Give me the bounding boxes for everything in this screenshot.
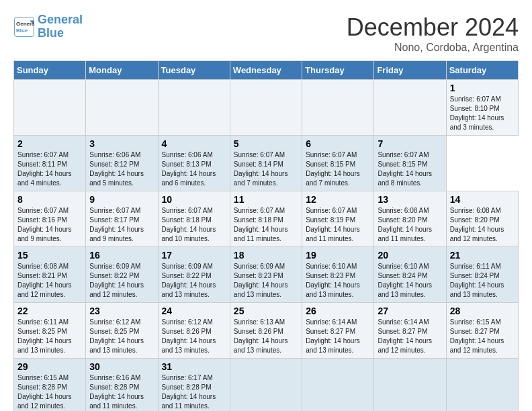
- day-number: 5: [234, 138, 298, 149]
- day-number: 3: [89, 138, 154, 149]
- day-cell-29: 29Sunrise: 6:15 AMSunset: 8:28 PMDayligh…: [14, 359, 86, 412]
- day-number: 20: [378, 250, 442, 261]
- day-cell-22: 22Sunrise: 6:11 AMSunset: 8:25 PMDayligh…: [14, 303, 86, 359]
- day-number: 28: [450, 306, 515, 316]
- day-info: Sunrise: 6:12 AMSunset: 8:25 PMDaylight:…: [89, 318, 154, 355]
- day-info: Sunrise: 6:16 AMSunset: 8:28 PMDaylight:…: [89, 373, 154, 411]
- page-header: General Blue General Blue December 2024 …: [13, 13, 519, 54]
- header-tuesday: Tuesday: [158, 61, 230, 80]
- header-friday: Friday: [374, 61, 446, 80]
- empty-cell: [302, 359, 374, 412]
- day-number: 14: [450, 194, 515, 205]
- day-cell-16: 16Sunrise: 6:09 AMSunset: 8:22 PMDayligh…: [86, 247, 158, 303]
- week-row-4: 15Sunrise: 6:08 AMSunset: 8:21 PMDayligh…: [14, 247, 519, 303]
- day-cell-20: 20Sunrise: 6:10 AMSunset: 8:24 PMDayligh…: [374, 247, 446, 303]
- day-info: Sunrise: 6:07 AMSunset: 8:10 PMDaylight:…: [450, 95, 515, 132]
- day-cell-8: 8Sunrise: 6:07 AMSunset: 8:16 PMDaylight…: [14, 191, 86, 247]
- empty-cell: [302, 80, 374, 136]
- week-row-3: 8Sunrise: 6:07 AMSunset: 8:16 PMDaylight…: [14, 191, 519, 247]
- day-info: Sunrise: 6:06 AMSunset: 8:13 PMDaylight:…: [162, 150, 226, 188]
- day-cell-21: 21Sunrise: 6:11 AMSunset: 8:24 PMDayligh…: [446, 247, 518, 303]
- day-number: 25: [234, 306, 298, 316]
- week-row-5: 22Sunrise: 6:11 AMSunset: 8:25 PMDayligh…: [14, 303, 519, 359]
- day-number: 10: [162, 194, 226, 205]
- day-info: Sunrise: 6:15 AMSunset: 8:28 PMDaylight:…: [17, 373, 82, 411]
- day-info: Sunrise: 6:10 AMSunset: 8:23 PMDaylight:…: [306, 262, 370, 300]
- day-number: 27: [378, 306, 442, 316]
- day-cell-14: 14Sunrise: 6:08 AMSunset: 8:20 PMDayligh…: [446, 191, 518, 247]
- day-number: 9: [89, 194, 154, 205]
- day-number: 23: [89, 306, 154, 316]
- header-saturday: Saturday: [446, 61, 518, 80]
- day-number: 17: [162, 250, 226, 261]
- day-cell-10: 10Sunrise: 6:07 AMSunset: 8:18 PMDayligh…: [158, 191, 230, 247]
- day-info: Sunrise: 6:15 AMSunset: 8:27 PMDaylight:…: [450, 318, 515, 355]
- header-wednesday: Wednesday: [230, 61, 302, 80]
- day-info: Sunrise: 6:07 AMSunset: 8:17 PMDaylight:…: [89, 206, 154, 244]
- empty-cell: [446, 359, 518, 412]
- day-cell-27: 27Sunrise: 6:14 AMSunset: 8:27 PMDayligh…: [374, 303, 446, 359]
- logo: General Blue General Blue: [13, 13, 83, 40]
- day-number: 1: [450, 83, 515, 93]
- day-info: Sunrise: 6:10 AMSunset: 8:24 PMDaylight:…: [378, 262, 442, 300]
- week-row-2: 2Sunrise: 6:07 AMSunset: 8:11 PMDaylight…: [14, 136, 519, 191]
- empty-cell: [230, 359, 302, 412]
- day-info: Sunrise: 6:11 AMSunset: 8:24 PMDaylight:…: [450, 262, 515, 300]
- day-info: Sunrise: 6:09 AMSunset: 8:23 PMDaylight:…: [234, 262, 298, 300]
- day-cell-26: 26Sunrise: 6:14 AMSunset: 8:27 PMDayligh…: [302, 303, 374, 359]
- day-cell-30: 30Sunrise: 6:16 AMSunset: 8:28 PMDayligh…: [86, 359, 158, 412]
- title-section: December 2024 Nono, Cordoba, Argentina: [347, 13, 519, 54]
- day-cell-2: 2Sunrise: 6:07 AMSunset: 8:11 PMDaylight…: [14, 136, 86, 191]
- day-cell-31: 31Sunrise: 6:17 AMSunset: 8:28 PMDayligh…: [158, 359, 230, 412]
- day-info: Sunrise: 6:17 AMSunset: 8:28 PMDaylight:…: [162, 373, 226, 411]
- day-number: 4: [162, 138, 226, 149]
- day-info: Sunrise: 6:07 AMSunset: 8:14 PMDaylight:…: [234, 150, 298, 188]
- day-info: Sunrise: 6:09 AMSunset: 8:22 PMDaylight:…: [162, 262, 226, 300]
- day-info: Sunrise: 6:07 AMSunset: 8:18 PMDaylight:…: [162, 206, 226, 244]
- day-info: Sunrise: 6:07 AMSunset: 8:18 PMDaylight:…: [234, 206, 298, 244]
- day-number: 18: [234, 250, 298, 261]
- day-number: 11: [234, 194, 298, 205]
- day-number: 13: [378, 194, 442, 205]
- day-cell-5: 5Sunrise: 6:07 AMSunset: 8:14 PMDaylight…: [230, 136, 302, 191]
- day-cell-11: 11Sunrise: 6:07 AMSunset: 8:18 PMDayligh…: [230, 191, 302, 247]
- day-number: 12: [306, 194, 370, 205]
- day-info: Sunrise: 6:13 AMSunset: 8:26 PMDaylight:…: [234, 318, 298, 355]
- day-info: Sunrise: 6:14 AMSunset: 8:27 PMDaylight:…: [378, 318, 442, 355]
- day-info: Sunrise: 6:14 AMSunset: 8:27 PMDaylight:…: [306, 318, 370, 355]
- day-cell-1: 1Sunrise: 6:07 AMSunset: 8:10 PMDaylight…: [446, 80, 518, 136]
- day-number: 29: [17, 361, 82, 372]
- empty-cell: [14, 80, 86, 136]
- day-cell-4: 4Sunrise: 6:06 AMSunset: 8:13 PMDaylight…: [158, 136, 230, 191]
- week-row-6: 29Sunrise: 6:15 AMSunset: 8:28 PMDayligh…: [14, 359, 519, 412]
- day-info: Sunrise: 6:08 AMSunset: 8:20 PMDaylight:…: [450, 206, 515, 244]
- day-cell-6: 6Sunrise: 6:07 AMSunset: 8:15 PMDaylight…: [302, 136, 374, 191]
- empty-cell: [374, 80, 446, 136]
- day-cell-3: 3Sunrise: 6:06 AMSunset: 8:12 PMDaylight…: [86, 136, 158, 191]
- day-cell-15: 15Sunrise: 6:08 AMSunset: 8:21 PMDayligh…: [14, 247, 86, 303]
- day-cell-9: 9Sunrise: 6:07 AMSunset: 8:17 PMDaylight…: [86, 191, 158, 247]
- day-cell-28: 28Sunrise: 6:15 AMSunset: 8:27 PMDayligh…: [446, 303, 518, 359]
- empty-cell: [86, 80, 158, 136]
- day-number: 8: [17, 194, 82, 205]
- week-row-1: 1Sunrise: 6:07 AMSunset: 8:10 PMDaylight…: [14, 80, 519, 136]
- header-sunday: Sunday: [14, 61, 86, 80]
- day-info: Sunrise: 6:09 AMSunset: 8:22 PMDaylight:…: [89, 262, 154, 300]
- day-cell-17: 17Sunrise: 6:09 AMSunset: 8:22 PMDayligh…: [158, 247, 230, 303]
- day-info: Sunrise: 6:06 AMSunset: 8:12 PMDaylight:…: [89, 150, 154, 188]
- day-number: 6: [306, 138, 370, 149]
- day-cell-18: 18Sunrise: 6:09 AMSunset: 8:23 PMDayligh…: [230, 247, 302, 303]
- day-number: 31: [162, 361, 226, 372]
- day-cell-13: 13Sunrise: 6:08 AMSunset: 8:20 PMDayligh…: [374, 191, 446, 247]
- day-info: Sunrise: 6:12 AMSunset: 8:26 PMDaylight:…: [162, 318, 226, 355]
- day-info: Sunrise: 6:07 AMSunset: 8:11 PMDaylight:…: [17, 150, 82, 188]
- day-cell-25: 25Sunrise: 6:13 AMSunset: 8:26 PMDayligh…: [230, 303, 302, 359]
- day-number: 24: [162, 306, 226, 316]
- svg-text:Blue: Blue: [16, 28, 28, 34]
- month-title: December 2024: [347, 13, 519, 42]
- empty-cell: [158, 80, 230, 136]
- day-info: Sunrise: 6:08 AMSunset: 8:20 PMDaylight:…: [378, 206, 442, 244]
- logo-text: General Blue: [38, 13, 83, 40]
- day-info: Sunrise: 6:07 AMSunset: 8:16 PMDaylight:…: [17, 206, 82, 244]
- day-number: 16: [89, 250, 154, 261]
